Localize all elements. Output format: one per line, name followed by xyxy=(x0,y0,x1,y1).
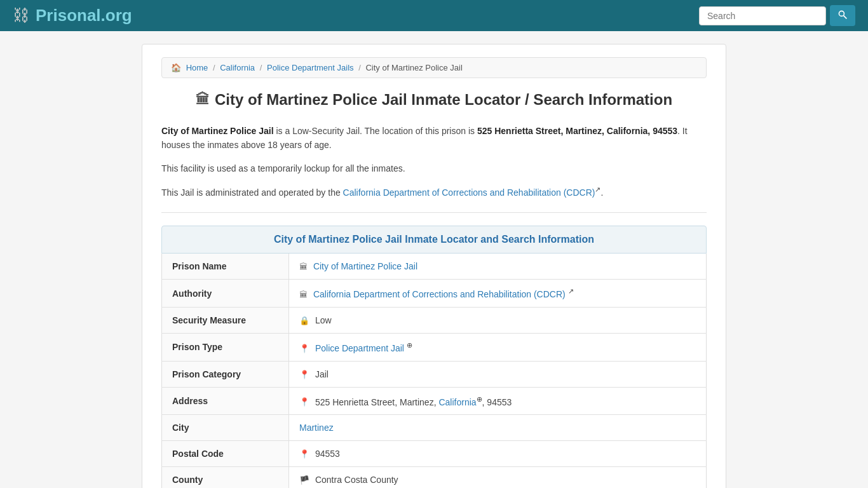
table-row: County 🏴 Contra Costa County xyxy=(162,467,707,488)
logo-area: ⛓ Prisonal.org xyxy=(13,6,132,25)
info-table: Prison Name 🏛 City of Martinez Police Ja… xyxy=(161,254,707,488)
table-row: Address 📍 525 Henrietta Street, Martinez… xyxy=(162,387,707,415)
jail-icon: 🏛 xyxy=(196,92,210,108)
table-row: Prison Type 📍 Police Department Jail ⊕ xyxy=(162,333,707,361)
search-icon xyxy=(837,10,848,20)
row-label: Authority xyxy=(162,280,289,308)
row-label: Security Measure xyxy=(162,307,289,333)
table-row: Prison Category 📍 Jail xyxy=(162,361,707,387)
row-label: Prison Name xyxy=(162,254,289,280)
breadcrumb-police-dept-jails[interactable]: Police Department Jails xyxy=(267,63,354,72)
home-icon: 🏠 xyxy=(171,63,181,72)
breadcrumb-california[interactable]: California xyxy=(220,63,255,72)
california-link[interactable]: California xyxy=(438,396,476,407)
logo-accent: .org xyxy=(101,6,132,25)
row-value: 📍 Police Department Jail ⊕ xyxy=(289,333,707,361)
table-row: Prison Name 🏛 City of Martinez Police Ja… xyxy=(162,254,707,280)
cdcr-link[interactable]: California Department of Corrections and… xyxy=(343,187,595,198)
description-paragraph-2: This facility is used as a temporarily l… xyxy=(161,161,707,175)
breadcrumb-current: City of Martinez Police Jail xyxy=(365,63,462,72)
row-label: City xyxy=(162,415,289,441)
divider xyxy=(161,212,707,213)
prison-name-link[interactable]: City of Martinez Police Jail xyxy=(313,261,417,271)
row-label: Prison Type xyxy=(162,333,289,361)
table-row: Authority 🏛 California Department of Cor… xyxy=(162,280,707,308)
county-icon: 🏴 xyxy=(299,475,309,485)
prison-icon: 🏛 xyxy=(299,262,308,271)
row-value: 🔒 Low xyxy=(289,307,707,333)
logo-text: Prisonal.org xyxy=(36,6,132,25)
header: ⛓ Prisonal.org xyxy=(0,0,868,31)
lock-icon: 🔒 xyxy=(299,316,309,325)
section-header: City of Martinez Police Jail Inmate Loca… xyxy=(161,226,707,254)
row-value: Martinez xyxy=(289,415,707,441)
svg-point-0 xyxy=(839,11,844,16)
search-button[interactable] xyxy=(830,5,855,26)
row-value: 🏛 City of Martinez Police Jail xyxy=(289,254,707,280)
address-bold: 525 Henrietta Street, Martinez, Californ… xyxy=(477,126,677,136)
address-icon: 📍 xyxy=(299,397,309,407)
row-label: County xyxy=(162,467,289,488)
row-value: 🏴 Contra Costa County xyxy=(289,467,707,488)
row-label: Prison Category xyxy=(162,361,289,387)
category-icon: 📍 xyxy=(299,370,309,379)
search-input[interactable] xyxy=(699,6,826,25)
description-paragraph-3: This Jail is administrated and operated … xyxy=(161,184,707,200)
table-row: City Martinez xyxy=(162,415,707,441)
row-value: 🏛 California Department of Corrections a… xyxy=(289,280,707,308)
prison-type-link[interactable]: Police Department Jail xyxy=(315,343,404,353)
jail-name-bold: City of Martinez Police Jail xyxy=(161,126,274,136)
authority-link[interactable]: California Department of Corrections and… xyxy=(313,289,566,299)
row-label: Postal Code xyxy=(162,441,289,467)
row-value: 📍 94553 xyxy=(289,441,707,467)
search-area xyxy=(699,5,855,26)
city-link[interactable]: Martinez xyxy=(299,423,334,433)
row-label: Address xyxy=(162,387,289,415)
authority-icon: 🏛 xyxy=(299,290,308,299)
row-value: 📍 525 Henrietta Street, Martinez, Califo… xyxy=(289,387,707,415)
row-value: 📍 Jail xyxy=(289,361,707,387)
table-row: Security Measure 🔒 Low xyxy=(162,307,707,333)
breadcrumb-home[interactable]: Home xyxy=(186,63,208,72)
logo-icon: ⛓ xyxy=(13,6,29,25)
location-icon: 📍 xyxy=(299,344,309,353)
table-row: Postal Code 📍 94553 xyxy=(162,441,707,467)
page-title: 🏛 City of Martinez Police Jail Inmate Lo… xyxy=(161,91,707,109)
logo-main: Prisonal xyxy=(36,6,101,25)
main-container: 🏠 Home / California / Police Department … xyxy=(142,44,726,488)
breadcrumb: 🏠 Home / California / Police Department … xyxy=(161,57,707,78)
postal-icon: 📍 xyxy=(299,449,309,459)
svg-line-1 xyxy=(844,16,847,19)
description-paragraph-1: City of Martinez Police Jail is a Low-Se… xyxy=(161,124,707,152)
